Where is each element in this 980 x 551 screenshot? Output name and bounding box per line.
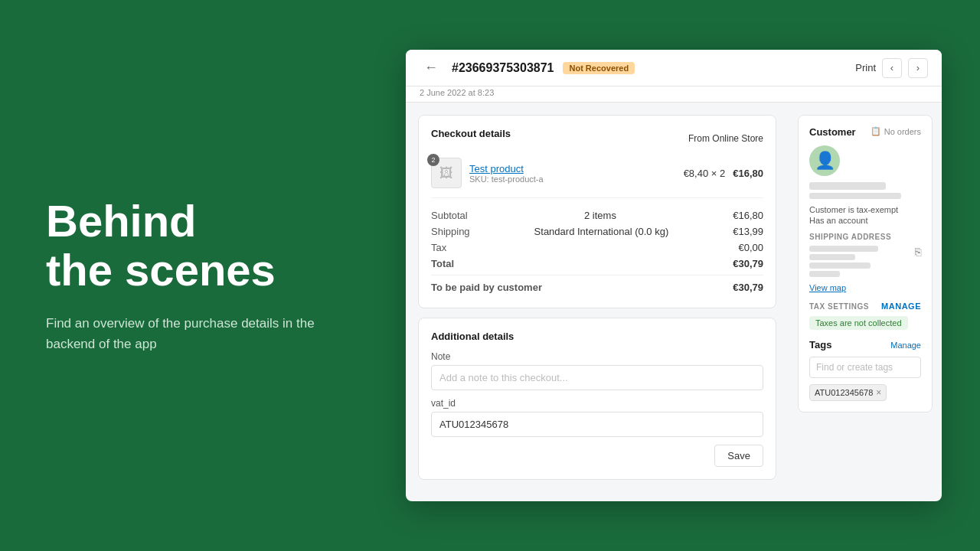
tag-value: ATU012345678 [815, 388, 873, 397]
tax-settings-title: TAX SETTINGS [809, 302, 869, 311]
product-row: 2 🖼 Test product SKU: test-product-a €8,… [431, 158, 763, 198]
additional-card: Additional details Note vat_id Save [418, 318, 776, 480]
main-content: Checkout details From Online Store 2 🖼 T… [406, 103, 942, 501]
customer-tax-exempt: Customer is tax-exempt [809, 205, 921, 214]
tax-manage-link[interactable]: Manage [881, 302, 921, 311]
tax-settings-section: TAX SETTINGS Manage [809, 302, 921, 311]
customer-title: Customer [809, 126, 856, 138]
save-button[interactable]: Save [714, 445, 763, 467]
address-line-4 [809, 271, 840, 277]
title-line2: the scenes [46, 245, 276, 295]
shipping-row: Shipping Standard International (0.0 kg)… [431, 223, 763, 240]
tax-row: Tax €0,00 [431, 240, 763, 256]
tags-manage-link[interactable]: Manage [890, 341, 921, 350]
product-quantity-badge: 2 [427, 154, 439, 166]
hero-subtitle: Find an overview of the purchase details… [46, 313, 322, 354]
order-date: 2 June 2022 at 8:23 [406, 86, 942, 103]
checkout-header: Checkout details From Online Store [431, 128, 763, 148]
customer-card: Customer 📋 No orders 👤 Customer is tax-e… [798, 115, 933, 412]
right-panel: ← #23669375303871 Not Recovered Print ‹ … [368, 0, 980, 551]
product-name[interactable]: Test product [469, 163, 676, 174]
print-button[interactable]: Print [855, 62, 876, 73]
checkout-card: Checkout details From Online Store 2 🖼 T… [418, 115, 776, 308]
right-column: Customer 📋 No orders 👤 Customer is tax-e… [789, 103, 942, 501]
total-row: Total €30,79 [431, 256, 763, 272]
avatar: 👤 [809, 145, 840, 176]
payable-row: To be paid by customer €30,79 [431, 275, 763, 295]
vat-input[interactable] [431, 412, 763, 437]
note-field-group: Note [431, 351, 763, 390]
back-button[interactable]: ← [420, 58, 443, 77]
store-label: From Online Store [688, 133, 763, 144]
hero-title: Behind the scenes [46, 197, 322, 295]
customer-has-account: Has an account [809, 216, 921, 225]
address-line-2 [809, 254, 855, 260]
tag-remove-button[interactable]: × [876, 387, 881, 398]
customer-email-blur [809, 193, 901, 199]
address-line-1 [809, 246, 878, 252]
status-badge: Not Recovered [563, 62, 635, 74]
save-btn-row: Save [431, 445, 763, 467]
no-orders-label: 📋 No orders [871, 126, 921, 136]
tags-input[interactable] [809, 357, 921, 378]
tag-list: ATU012345678 × [809, 384, 921, 401]
subtotal-row: Subtotal 2 items €16,80 [431, 207, 763, 223]
product-thumbnail: 2 🖼 [431, 158, 462, 188]
left-panel: Behind the scenes Find an overview of th… [0, 0, 368, 551]
note-label: Note [431, 351, 763, 362]
top-bar: ← #23669375303871 Not Recovered Print ‹ … [406, 50, 942, 86]
title-line1: Behind [46, 196, 197, 246]
left-column: Checkout details From Online Store 2 🖼 T… [406, 103, 789, 501]
prev-button[interactable]: ‹ [882, 58, 902, 78]
product-info: Test product SKU: test-product-a [469, 163, 676, 184]
tags-header: Tags Manage [809, 339, 921, 350]
tag-item: ATU012345678 × [809, 384, 887, 401]
app-window: ← #23669375303871 Not Recovered Print ‹ … [406, 50, 942, 501]
view-map-link[interactable]: View map [809, 283, 846, 292]
topbar-right: Print ‹ › [855, 58, 928, 78]
vat-label: vat_id [431, 398, 763, 409]
note-input[interactable] [431, 365, 763, 390]
copy-icon[interactable]: ⎘ [915, 246, 921, 258]
order-number: #23669375303871 [452, 61, 554, 75]
product-price: €8,40 × 2 [684, 168, 726, 179]
vat-field-group: vat_id [431, 398, 763, 437]
additional-title: Additional details [431, 331, 763, 342]
checkout-title: Checkout details [431, 128, 511, 139]
customer-header: Customer 📋 No orders [809, 126, 921, 138]
product-sku: SKU: test-product-a [469, 174, 676, 184]
tax-badge: Taxes are not collected [809, 316, 908, 330]
tags-title: Tags [809, 339, 831, 350]
customer-name-blur [809, 182, 886, 190]
next-button[interactable]: › [908, 58, 928, 78]
avatar-icon: 👤 [815, 151, 835, 171]
shipping-address-title: SHIPPING ADDRESS [809, 233, 921, 241]
product-total: €16,80 [733, 168, 763, 179]
address-line-3 [809, 262, 871, 269]
